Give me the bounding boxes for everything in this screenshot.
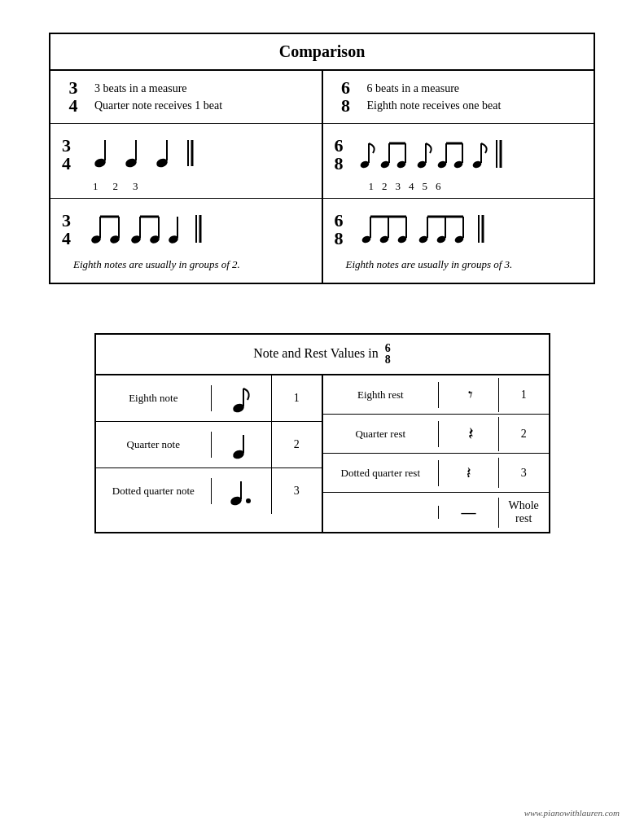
whole-rest-name [323,506,440,519]
dotted-quarter-rest-name: Dotted quarter rest [323,460,440,486]
left-time-sig-inline: 34 [62,137,71,173]
quarter-note-name: Quarter note [96,432,212,458]
dotted-quarter-note-row: Dotted quarter note 3 [96,468,322,514]
left-caption: Eighth notes are usually in groups of 2. [62,252,252,278]
quarter-rest-name: Quarter rest [323,421,440,447]
quarter-note-symbol [212,422,272,467]
right-time-signature: 6 8 [335,79,357,115]
left-quarter-beat-numbers: 1 2 3 [62,180,138,193]
dotted-quarter-rest-row: Dotted quarter rest 𝄽. 3 [323,454,549,493]
dotted-quarter-note-count: 3 [272,478,322,504]
eighth-rest-symbol: 𝄾 [439,378,499,412]
values-table: Note and Rest Values in 6 8 Eighth note [94,333,550,533]
whole-rest-symbol: — [439,498,499,528]
right-beamed-svg [348,207,511,252]
whole-rest-row: — Whole rest [323,493,549,532]
comparison-body: 3 4 3 beats in a measure Quarter note re… [50,71,594,283]
quarter-note-row: Quarter note 2 [96,422,322,468]
right-eighth-notes-row: 68 [335,132,519,177]
dotted-quarter-note-name: Dotted quarter note [96,478,212,504]
comparison-title: Comparison [50,34,594,71]
eighth-note-symbol [212,375,272,421]
right-time-sig-inline2: 68 [335,212,344,248]
right-caption: Eighth notes are usually in groups of 3. [335,252,524,278]
svg-point-62 [246,498,251,503]
right-beamed-notation: 68 [323,199,594,283]
comparison-col-right: 6 8 6 beats in a measure Eighth note rec… [323,71,594,283]
left-time-sig-inline2: 34 [62,212,71,248]
quarter-note-count: 2 [272,432,322,458]
right-info: 6 8 6 beats in a measure Eighth note rec… [323,71,594,124]
eighth-rest-count: 1 [499,382,549,408]
right-beamed-row: 68 [335,207,511,252]
eighth-rest-row: Eighth rest 𝄾 1 [323,375,549,415]
values-section: Note and Rest Values in 6 8 Eighth note [94,333,550,533]
quarter-rest-row: Quarter rest 𝄽 2 [323,415,549,454]
left-eighth-svg [76,207,222,252]
right-eighth-notation: 68 [323,124,594,199]
quarter-rest-count: 2 [499,421,549,447]
right-info-text: 6 beats in a measure Eighth note receive… [367,80,502,114]
values-notes-col: Eighth note 1 Quarter note [96,375,323,532]
right-sixth-eighth-svg [348,132,519,177]
eighth-rest-name: Eighth rest [323,382,440,408]
right-time-sig-inline: 68 [335,137,344,173]
left-eighth-notation: 34 [50,199,322,283]
whole-rest-count: Whole rest [499,493,549,532]
left-quarter-svg [76,132,206,177]
dotted-quarter-rest-symbol: 𝄽. [439,458,499,488]
eighth-note-row: Eighth note 1 [96,375,322,422]
values-title: Note and Rest Values in 6 8 [96,335,549,375]
comparison-table: Comparison 3 4 3 beats in a measure Quar… [49,33,595,284]
dotted-quarter-note-symbol [212,468,272,514]
quarter-rest-symbol: 𝄽 [439,417,499,451]
right-eighth-beat-numbers: 1 2 3 4 5 6 [335,180,441,193]
dotted-quarter-rest-count: 3 [499,460,549,486]
left-time-signature: 3 4 [62,79,85,115]
website-url: www.pianowithlauren.com [524,808,620,818]
eighth-note-count: 1 [272,385,322,411]
left-quarter-notation: 34 [50,124,322,199]
values-time-sig: 6 8 [385,343,391,366]
left-quarter-notes-row: 34 [62,132,206,177]
values-rests-col: Eighth rest 𝄾 1 Quarter rest 𝄽 2 Dotted … [323,375,549,532]
left-info-text: 3 beats in a measure Quarter note receiv… [94,80,222,114]
left-info: 3 4 3 beats in a measure Quarter note re… [50,71,322,124]
values-body: Eighth note 1 Quarter note [96,375,549,532]
eighth-note-name: Eighth note [96,385,212,411]
left-eighth-notes-row: 34 [62,207,222,252]
comparison-col-left: 3 4 3 beats in a measure Quarter note re… [50,71,323,283]
